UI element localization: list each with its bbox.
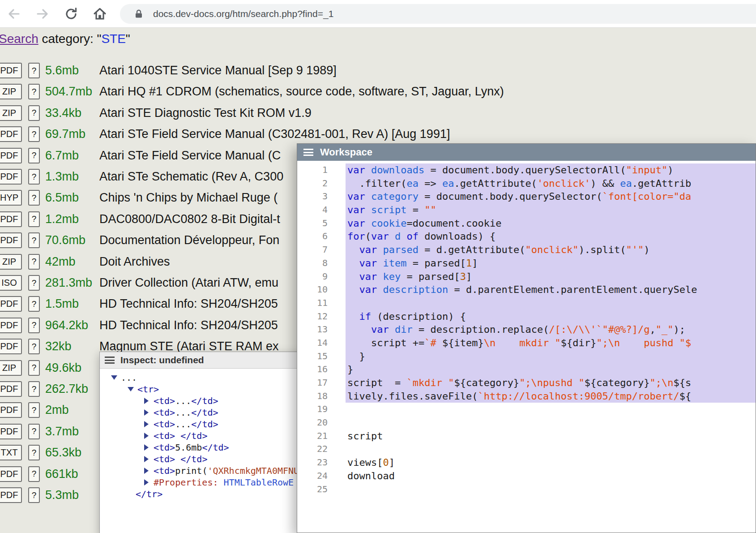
code-text[interactable]	[346, 416, 756, 430]
code-text[interactable]: var downloads = document.body.querySelec…	[346, 163, 756, 177]
file-type-badge[interactable]: ZIP	[0, 105, 22, 121]
code-line[interactable]: 11	[297, 297, 756, 310]
triangle-down-icon[interactable]	[111, 375, 117, 380]
help-button[interactable]: ?	[28, 424, 40, 439]
workspace-code-editor[interactable]: 1var downloads = document.body.querySele…	[297, 161, 756, 533]
code-line[interactable]: 3var category = document.body.querySelec…	[297, 190, 756, 203]
file-type-badge[interactable]: PDF	[0, 63, 22, 78]
code-line[interactable]: 25	[297, 483, 756, 496]
file-type-badge[interactable]: PDF	[0, 402, 22, 418]
code-text[interactable]: views[0]	[346, 456, 756, 469]
triangle-down-icon[interactable]	[128, 387, 134, 391]
help-button[interactable]: ?	[28, 466, 40, 482]
code-line[interactable]: 2 .filter(ea => ea.getAttribute('onclick…	[297, 177, 756, 190]
code-text[interactable]: var item = parsed[1]	[346, 257, 756, 270]
reload-button[interactable]	[63, 5, 80, 22]
code-line[interactable]: 5var cookie=document.cookie	[297, 217, 756, 230]
file-type-badge[interactable]: PDF	[0, 339, 22, 354]
file-type-badge[interactable]: PDF	[0, 148, 22, 163]
help-button[interactable]: ?	[28, 169, 40, 185]
address-bar[interactable]: docs.dev-docs.org/htm/search.php?find=_1	[120, 4, 756, 24]
file-type-badge[interactable]: PDF	[0, 466, 22, 482]
file-type-badge[interactable]: PDF	[0, 424, 22, 439]
code-line[interactable]: 9 var key = parsed[3]	[297, 270, 756, 284]
file-type-badge[interactable]: ZIP	[0, 360, 22, 376]
back-button[interactable]	[5, 5, 22, 22]
triangle-right-icon[interactable]	[144, 444, 149, 451]
code-text[interactable]	[346, 483, 756, 496]
file-type-badge[interactable]: HYP	[0, 190, 22, 206]
file-type-badge[interactable]: ISO	[0, 275, 22, 291]
help-button[interactable]: ?	[28, 402, 40, 418]
help-button[interactable]: ?	[28, 487, 40, 503]
help-button[interactable]: ?	[28, 254, 40, 270]
file-type-badge[interactable]: PDF	[0, 126, 22, 142]
file-type-badge[interactable]: PDF	[0, 211, 22, 227]
code-line[interactable]: 17script = `mkdir "${category}";\npushd …	[297, 376, 756, 390]
file-type-badge[interactable]: PDF	[0, 296, 22, 312]
search-link[interactable]: Search	[0, 32, 38, 46]
code-text[interactable]: script	[346, 430, 756, 443]
file-type-badge[interactable]: PDF	[0, 232, 22, 248]
code-text[interactable]: var parsed = d.getAttribute("onclick").s…	[346, 243, 756, 257]
file-type-badge[interactable]: ZIP	[0, 84, 22, 99]
triangle-right-icon[interactable]	[144, 421, 149, 427]
code-line[interactable]: 15 }	[297, 350, 756, 363]
code-text[interactable]: }	[346, 363, 756, 376]
code-line[interactable]: 12 if (description) {	[297, 310, 756, 323]
lock-icon[interactable]	[133, 9, 144, 19]
code-text[interactable]: .filter(ea => ea.getAttribute('onclick')…	[346, 177, 756, 190]
code-line[interactable]: 20	[297, 416, 756, 430]
code-line[interactable]: 10 var description = d.parentElement.par…	[297, 283, 756, 297]
help-button[interactable]: ?	[28, 126, 40, 142]
code-line[interactable]: 21script	[297, 430, 756, 443]
code-line[interactable]: 19	[297, 403, 756, 416]
code-text[interactable]: for(var d of downloads) {	[346, 230, 756, 243]
help-button[interactable]: ?	[28, 318, 40, 333]
code-text[interactable]	[346, 443, 756, 456]
code-line[interactable]: 8 var item = parsed[1]	[297, 257, 756, 270]
forward-button[interactable]	[34, 5, 51, 22]
code-line[interactable]: 24download	[297, 469, 756, 483]
help-button[interactable]: ?	[28, 445, 40, 460]
code-line[interactable]: 13 var dir = description.replace(/[:\/\\…	[297, 323, 756, 336]
triangle-right-icon[interactable]	[144, 468, 149, 474]
help-button[interactable]: ?	[28, 275, 40, 291]
help-button[interactable]: ?	[28, 211, 40, 227]
code-line[interactable]: 14 script +=`# ${item}\n mkdir "${dir}";…	[297, 336, 756, 350]
menu-icon[interactable]	[303, 149, 313, 156]
code-line[interactable]: 23views[0]	[297, 456, 756, 469]
code-text[interactable]: script = `mkdir "${category}";\npushd "$…	[346, 376, 756, 390]
help-button[interactable]: ?	[28, 232, 40, 248]
help-button[interactable]: ?	[28, 339, 40, 354]
file-type-badge[interactable]: TXT	[0, 445, 22, 460]
workspace-titlebar[interactable]: Workspace	[297, 144, 756, 161]
file-type-badge[interactable]: ZIP	[0, 254, 22, 270]
code-line[interactable]: 16}	[297, 363, 756, 376]
triangle-right-icon[interactable]	[144, 433, 149, 439]
file-type-badge[interactable]: PDF	[0, 318, 22, 333]
help-button[interactable]: ?	[28, 148, 40, 163]
triangle-right-icon[interactable]	[144, 409, 149, 416]
help-button[interactable]: ?	[28, 381, 40, 397]
code-text[interactable]	[346, 403, 756, 416]
code-text[interactable]: var category = document.body.querySelect…	[346, 190, 756, 203]
code-text[interactable]: var key = parsed[3]	[346, 270, 756, 284]
code-text[interactable]	[346, 297, 756, 310]
menu-icon[interactable]	[105, 357, 115, 364]
url-text[interactable]: docs.dev-docs.org/htm/search.php?find=_1	[153, 4, 333, 24]
code-text[interactable]: script +=`# ${item}\n mkdir "${dir}";\n …	[346, 336, 756, 350]
code-line[interactable]: 4var script = ""	[297, 203, 756, 217]
help-button[interactable]: ?	[28, 105, 40, 121]
help-button[interactable]: ?	[28, 84, 40, 99]
code-line[interactable]: 18lively.files.saveFile(`http://localhos…	[297, 390, 756, 403]
help-button[interactable]: ?	[28, 63, 40, 78]
home-button[interactable]	[91, 5, 108, 22]
file-type-badge[interactable]: PDF	[0, 169, 22, 185]
triangle-right-icon[interactable]	[144, 398, 149, 404]
code-text[interactable]: var description = d.parentElement.parent…	[346, 283, 756, 297]
code-text[interactable]: var script = ""	[346, 203, 756, 217]
triangle-right-icon[interactable]	[144, 456, 149, 462]
code-text[interactable]: }	[346, 350, 756, 363]
code-text[interactable]: if (description) {	[346, 310, 756, 323]
